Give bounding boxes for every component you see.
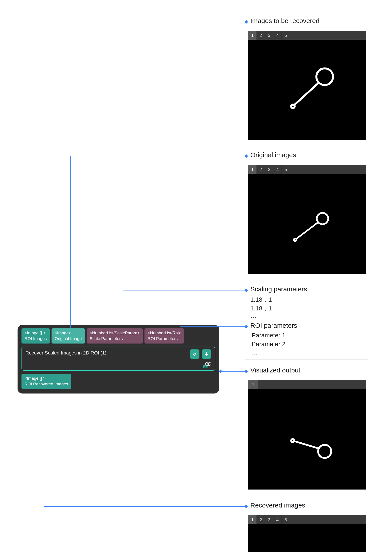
svg-line-4	[296, 222, 318, 239]
annotation-recovered-images: Recovered images	[250, 502, 305, 509]
wrench-icon	[257, 393, 357, 485]
node-body: Recover Scaled Images in 2D ROI (1)	[21, 347, 215, 371]
port-type: <NumberList/ScaleParam>	[90, 330, 140, 336]
image-display	[257, 44, 357, 136]
annotation-original-images: Original images	[250, 151, 296, 159]
scaling-param-more: …	[250, 313, 257, 320]
image-display	[257, 178, 357, 270]
viewer-tab[interactable]: 5	[282, 165, 290, 174]
output-port-roi-recovered-images[interactable]: <Image [] > ROI Recovered Images	[21, 374, 71, 389]
port-name: ROI Images	[25, 336, 47, 342]
annotation-visualized-output: Visualized output	[250, 367, 300, 374]
eye-image-icon	[203, 362, 211, 369]
diamond-marker	[245, 325, 248, 328]
viewer-tab[interactable]: 5	[282, 515, 290, 524]
input-port-roi-images[interactable]: <Image [] > ROI Images	[21, 328, 50, 343]
diamond-marker	[245, 154, 248, 158]
node-inputs-row: <Image [] > ROI Images <Image> Original …	[18, 325, 219, 343]
arrow-down-icon	[204, 352, 209, 356]
viewer-tabbar: 1 2 3 4 5	[248, 31, 366, 40]
viewer-tab[interactable]: 3	[265, 515, 273, 524]
svg-point-2	[291, 105, 295, 108]
viewer-tab[interactable]: 1	[248, 380, 258, 389]
viewer-tabbar: 1 2 3 4 5	[248, 515, 366, 524]
connector-line	[70, 156, 245, 156]
viewer-tab[interactable]: 5	[282, 31, 290, 40]
port-name: Original Image	[55, 336, 82, 342]
viewer-tab[interactable]: 1	[248, 515, 257, 524]
viewer-tab[interactable]: 3	[265, 31, 273, 40]
viewer-tabbar: 1 2 3 4 5	[248, 165, 366, 174]
viewer-canvas	[248, 524, 366, 552]
connector-line	[221, 371, 245, 372]
input-port-original-image[interactable]: <Image> Original Image	[51, 328, 85, 343]
svg-line-7	[294, 441, 319, 448]
port-name: Scale Parameters	[90, 336, 140, 342]
roi-param-more: …	[252, 349, 258, 356]
node-actions	[190, 349, 211, 359]
viewer-visualized-output: 1	[248, 380, 366, 489]
connector-line	[180, 327, 180, 328]
port-name: ROI Recovered Images	[25, 381, 68, 387]
node-title: Recover Scaled Images in 2D ROI (1)	[25, 350, 211, 356]
connector-line	[37, 22, 245, 22]
viewer-canvas	[248, 40, 366, 140]
connector-line	[123, 290, 123, 328]
image-display	[257, 393, 357, 485]
viewer-tab[interactable]: 4	[273, 515, 282, 524]
connector-line	[70, 156, 70, 328]
port-name: ROI Parameters	[147, 336, 181, 342]
visualize-toggle[interactable]	[203, 362, 211, 369]
image-display	[257, 527, 357, 552]
scaling-param-value-2: 1.18，1	[250, 304, 272, 313]
annotation-scaling-parameters: Scaling parameters	[250, 286, 307, 293]
port-type: <NumberList/Roi>	[147, 330, 181, 336]
svg-point-8	[291, 439, 294, 442]
viewer-tab[interactable]: 2	[257, 165, 265, 174]
annotation-images-to-recover: Images to be recovered	[250, 17, 319, 25]
connector-line	[37, 22, 37, 328]
viewer-images-to-recover: 1 2 3 4 5	[248, 31, 366, 140]
svg-point-6	[318, 445, 331, 458]
diamond-marker	[245, 505, 248, 508]
connector-line	[44, 392, 44, 506]
node-recover-scaled-images[interactable]: <Image [] > ROI Images <Image> Original …	[18, 325, 219, 393]
run-button[interactable]	[202, 349, 211, 359]
wrench-icon	[257, 178, 357, 270]
node-outputs-row: <Image [] > ROI Recovered Images	[18, 372, 219, 391]
viewer-recovered-images: 1 2 3 4 5	[248, 515, 366, 552]
viewer-canvas	[248, 389, 366, 489]
viewer-tab[interactable]: 1	[248, 31, 257, 40]
svg-point-15	[207, 363, 209, 365]
viewer-tabbar: 1	[248, 380, 366, 389]
viewer-canvas	[248, 174, 366, 274]
viewer-tab[interactable]: 1	[248, 165, 257, 174]
connector-line	[44, 506, 245, 507]
expand-button[interactable]	[190, 349, 200, 359]
viewer-original-images: 1 2 3 4 5	[248, 165, 366, 274]
roi-param-value-1: Parameter 1	[252, 332, 286, 339]
connector-line	[180, 326, 245, 327]
diamond-marker	[245, 370, 248, 373]
viewer-tab[interactable]: 4	[273, 165, 282, 174]
port-type: <Image [] >	[25, 376, 68, 381]
input-port-roi-parameters[interactable]: <NumberList/Roi> ROI Parameters	[145, 328, 184, 343]
diamond-marker	[245, 20, 248, 24]
wrench-icon	[257, 44, 357, 136]
svg-point-5	[294, 238, 296, 241]
chevron-double-down-icon	[192, 352, 197, 356]
viewer-tab[interactable]: 4	[273, 31, 282, 40]
wrench-icon	[257, 527, 357, 552]
viewer-tab[interactable]: 3	[265, 165, 273, 174]
connector-line	[123, 290, 245, 290]
viewer-tab[interactable]: 2	[257, 515, 265, 524]
input-port-scale-parameters[interactable]: <NumberList/ScaleParam> Scale Parameters	[87, 328, 143, 343]
port-type: <Image>	[55, 330, 82, 336]
viewer-tab[interactable]: 2	[257, 31, 265, 40]
svg-line-1	[294, 83, 319, 105]
diamond-marker	[245, 288, 248, 292]
roi-param-value-2: Parameter 2	[252, 341, 286, 348]
port-type: <Image [] >	[25, 330, 47, 336]
scaling-param-value-1: 1.18，1	[250, 295, 272, 304]
svg-point-13	[204, 366, 205, 367]
